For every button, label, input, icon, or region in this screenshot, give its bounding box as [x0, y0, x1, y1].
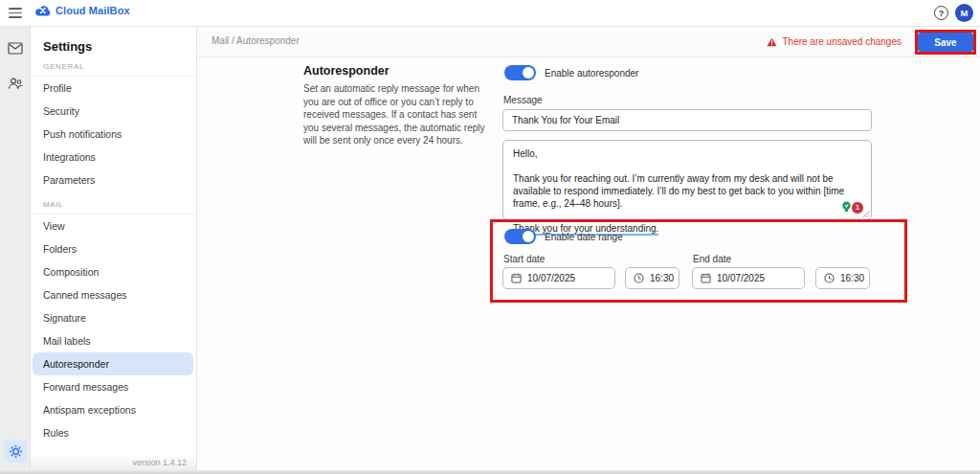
start-date-value: 10/07/2025	[527, 273, 575, 283]
body-line-greeting: Hello,	[513, 147, 861, 160]
help-icon[interactable]: ?	[934, 6, 948, 20]
toggle-knob	[523, 231, 534, 242]
sidebar-item-forward-messages[interactable]: Forward messages	[33, 375, 193, 398]
end-date-input[interactable]: 10/07/2025	[692, 267, 805, 289]
end-date-value: 10/07/2025	[717, 273, 765, 283]
settings-sidebar: Settings GENERAL Profile Security Push n…	[31, 27, 197, 474]
toggle-knob	[523, 67, 534, 79]
save-button[interactable]: Save	[918, 33, 973, 52]
unsaved-changes-text: There are unsaved changes	[782, 36, 902, 47]
sidebar-item-rules[interactable]: Rules	[33, 421, 193, 444]
sidebar-item-canned-messages[interactable]: Canned messages	[33, 283, 193, 306]
settings-gear-icon[interactable]	[4, 440, 27, 463]
textarea-resize-handle[interactable]	[862, 211, 870, 218]
section-title: Autoresponder	[303, 64, 390, 78]
calendar-icon	[511, 273, 522, 283]
sidebar-item-security[interactable]: Security	[33, 100, 193, 123]
section-description: Set an automatic reply message for when …	[303, 82, 495, 147]
end-time-input[interactable]: 16:30	[815, 267, 870, 289]
sidebar-item-signature[interactable]: Signature	[33, 306, 193, 329]
user-avatar[interactable]: M	[955, 4, 973, 22]
mail-icon[interactable]	[8, 42, 23, 57]
body-line-main: Thank you for reaching out. I’m currentl…	[513, 172, 861, 210]
sidebar-item-antispam-exceptions[interactable]: Antispam exceptions	[33, 398, 193, 421]
start-time-input[interactable]: 16:30	[625, 267, 679, 289]
enable-date-range-label: Enable date range	[545, 232, 623, 242]
breadcrumb[interactable]: Mail / Autoresponder	[212, 35, 300, 46]
calendar-icon	[701, 273, 711, 283]
enable-autoresponder-toggle[interactable]	[504, 65, 536, 80]
sidebar-section-mail: MAIL	[43, 200, 196, 209]
app-name: Cloud MailBox	[56, 5, 130, 16]
start-time-value: 16:30	[650, 273, 674, 283]
app-rail	[0, 27, 31, 474]
annotation-box-save: Save	[915, 30, 976, 55]
enable-autoresponder-label: Enable autoresponder	[545, 68, 638, 79]
end-date-label: End date	[693, 254, 731, 264]
clock-icon	[824, 273, 835, 283]
sidebar-title: Settings	[43, 39, 187, 54]
warning-triangle-icon	[767, 37, 777, 47]
contacts-icon[interactable]	[8, 77, 23, 92]
cloud-logo-icon	[34, 4, 52, 17]
sidebar-item-folders[interactable]: Folders	[33, 237, 193, 260]
autoresponder-settings-panel: Autoresponder Set an automatic reply mes…	[198, 57, 980, 474]
sidebar-item-integrations[interactable]: Integrations	[33, 146, 193, 169]
sidebar-item-composition[interactable]: Composition	[33, 260, 193, 283]
sidebar-item-mail-labels[interactable]: Mail labels	[33, 329, 193, 352]
sidebar-item-parameters[interactable]: Parameters	[33, 169, 193, 192]
message-label: Message	[503, 95, 543, 105]
start-date-label: Start date	[503, 254, 545, 264]
app-window: Cloud MailBox ? M Settings GENERAL Profi…	[0, 0, 980, 474]
sidebar-item-autoresponder[interactable]: Autoresponder	[33, 352, 193, 375]
unsaved-changes-warning: There are unsaved changes	[767, 36, 902, 47]
sidebar-item-profile[interactable]: Profile	[33, 77, 193, 100]
grammar-checker-widget: 1	[839, 200, 864, 214]
page-header-bar: Mail / Autoresponder There are unsaved c…	[198, 27, 980, 57]
version-label: version 1.4.12	[132, 458, 187, 467]
hamburger-menu-icon[interactable]	[9, 8, 22, 18]
start-date-input[interactable]: 10/07/2025	[502, 267, 615, 289]
message-subject-input[interactable]	[502, 109, 872, 131]
sidebar-item-view[interactable]: View	[33, 214, 193, 237]
top-bar: Cloud MailBox ? M	[0, 0, 980, 27]
window-bottom-edge	[0, 470, 980, 474]
sidebar-item-push-notifications[interactable]: Push notifications	[33, 123, 193, 146]
end-time-value: 16:30	[840, 273, 864, 283]
enable-date-range-toggle[interactable]	[504, 229, 536, 244]
app-logo: Cloud MailBox	[34, 4, 130, 17]
clock-icon	[634, 273, 644, 283]
autoreply-body-textarea[interactable]: Hello, Thank you for reaching out. I’m c…	[502, 140, 872, 220]
sidebar-section-general: GENERAL	[43, 62, 196, 71]
